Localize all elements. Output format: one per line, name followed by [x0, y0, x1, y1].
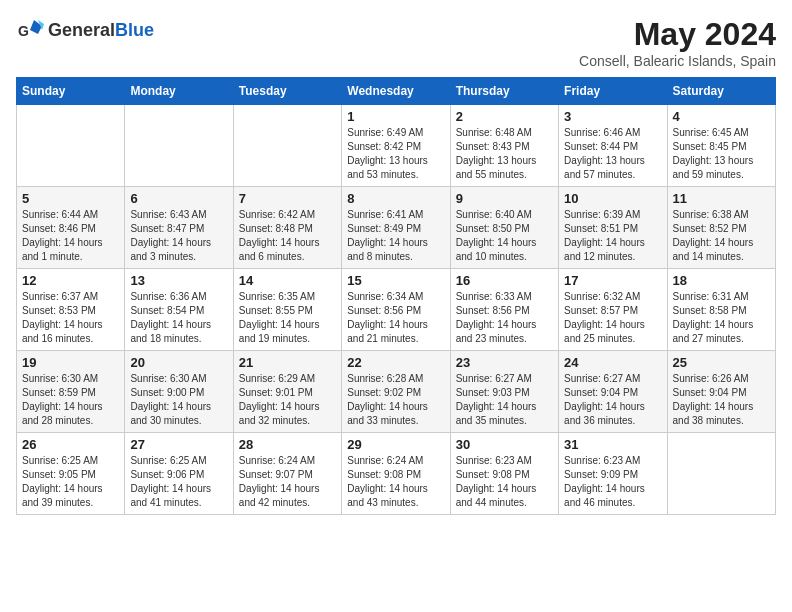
- calendar-cell: 6Sunrise: 6:43 AM Sunset: 8:47 PM Daylig…: [125, 187, 233, 269]
- day-info: Sunrise: 6:48 AM Sunset: 8:43 PM Dayligh…: [456, 126, 553, 182]
- week-row-1: 1Sunrise: 6:49 AM Sunset: 8:42 PM Daylig…: [17, 105, 776, 187]
- day-info: Sunrise: 6:25 AM Sunset: 9:06 PM Dayligh…: [130, 454, 227, 510]
- day-number: 14: [239, 273, 336, 288]
- column-header-friday: Friday: [559, 78, 667, 105]
- day-info: Sunrise: 6:26 AM Sunset: 9:04 PM Dayligh…: [673, 372, 770, 428]
- day-number: 18: [673, 273, 770, 288]
- week-row-4: 19Sunrise: 6:30 AM Sunset: 8:59 PM Dayli…: [17, 351, 776, 433]
- column-header-tuesday: Tuesday: [233, 78, 341, 105]
- calendar-cell: 26Sunrise: 6:25 AM Sunset: 9:05 PM Dayli…: [17, 433, 125, 515]
- day-number: 28: [239, 437, 336, 452]
- day-info: Sunrise: 6:39 AM Sunset: 8:51 PM Dayligh…: [564, 208, 661, 264]
- calendar-cell: 28Sunrise: 6:24 AM Sunset: 9:07 PM Dayli…: [233, 433, 341, 515]
- calendar-cell: 8Sunrise: 6:41 AM Sunset: 8:49 PM Daylig…: [342, 187, 450, 269]
- calendar-cell: 12Sunrise: 6:37 AM Sunset: 8:53 PM Dayli…: [17, 269, 125, 351]
- day-info: Sunrise: 6:35 AM Sunset: 8:55 PM Dayligh…: [239, 290, 336, 346]
- day-info: Sunrise: 6:38 AM Sunset: 8:52 PM Dayligh…: [673, 208, 770, 264]
- calendar-cell: 15Sunrise: 6:34 AM Sunset: 8:56 PM Dayli…: [342, 269, 450, 351]
- day-number: 3: [564, 109, 661, 124]
- day-info: Sunrise: 6:49 AM Sunset: 8:42 PM Dayligh…: [347, 126, 444, 182]
- calendar-cell: [125, 105, 233, 187]
- day-number: 25: [673, 355, 770, 370]
- calendar-cell: 17Sunrise: 6:32 AM Sunset: 8:57 PM Dayli…: [559, 269, 667, 351]
- calendar-cell: 1Sunrise: 6:49 AM Sunset: 8:42 PM Daylig…: [342, 105, 450, 187]
- day-number: 26: [22, 437, 119, 452]
- calendar-cell: 7Sunrise: 6:42 AM Sunset: 8:48 PM Daylig…: [233, 187, 341, 269]
- column-header-thursday: Thursday: [450, 78, 558, 105]
- day-number: 7: [239, 191, 336, 206]
- day-info: Sunrise: 6:30 AM Sunset: 9:00 PM Dayligh…: [130, 372, 227, 428]
- svg-text:G: G: [18, 23, 29, 39]
- day-info: Sunrise: 6:36 AM Sunset: 8:54 PM Dayligh…: [130, 290, 227, 346]
- calendar-cell: 27Sunrise: 6:25 AM Sunset: 9:06 PM Dayli…: [125, 433, 233, 515]
- main-title: May 2024: [579, 16, 776, 53]
- header-row: SundayMondayTuesdayWednesdayThursdayFrid…: [17, 78, 776, 105]
- calendar-cell: 10Sunrise: 6:39 AM Sunset: 8:51 PM Dayli…: [559, 187, 667, 269]
- day-number: 8: [347, 191, 444, 206]
- column-header-saturday: Saturday: [667, 78, 775, 105]
- calendar-cell: 29Sunrise: 6:24 AM Sunset: 9:08 PM Dayli…: [342, 433, 450, 515]
- calendar-cell: 23Sunrise: 6:27 AM Sunset: 9:03 PM Dayli…: [450, 351, 558, 433]
- calendar-cell: 24Sunrise: 6:27 AM Sunset: 9:04 PM Dayli…: [559, 351, 667, 433]
- day-info: Sunrise: 6:41 AM Sunset: 8:49 PM Dayligh…: [347, 208, 444, 264]
- day-number: 23: [456, 355, 553, 370]
- calendar-cell: 13Sunrise: 6:36 AM Sunset: 8:54 PM Dayli…: [125, 269, 233, 351]
- day-number: 29: [347, 437, 444, 452]
- logo-blue: Blue: [115, 20, 154, 40]
- day-info: Sunrise: 6:45 AM Sunset: 8:45 PM Dayligh…: [673, 126, 770, 182]
- day-info: Sunrise: 6:30 AM Sunset: 8:59 PM Dayligh…: [22, 372, 119, 428]
- day-info: Sunrise: 6:29 AM Sunset: 9:01 PM Dayligh…: [239, 372, 336, 428]
- day-number: 13: [130, 273, 227, 288]
- column-header-sunday: Sunday: [17, 78, 125, 105]
- day-number: 30: [456, 437, 553, 452]
- week-row-5: 26Sunrise: 6:25 AM Sunset: 9:05 PM Dayli…: [17, 433, 776, 515]
- day-number: 24: [564, 355, 661, 370]
- subtitle: Consell, Balearic Islands, Spain: [579, 53, 776, 69]
- day-number: 21: [239, 355, 336, 370]
- week-row-3: 12Sunrise: 6:37 AM Sunset: 8:53 PM Dayli…: [17, 269, 776, 351]
- day-info: Sunrise: 6:24 AM Sunset: 9:08 PM Dayligh…: [347, 454, 444, 510]
- calendar-cell: 3Sunrise: 6:46 AM Sunset: 8:44 PM Daylig…: [559, 105, 667, 187]
- calendar-cell: 18Sunrise: 6:31 AM Sunset: 8:58 PM Dayli…: [667, 269, 775, 351]
- day-info: Sunrise: 6:23 AM Sunset: 9:09 PM Dayligh…: [564, 454, 661, 510]
- calendar-cell: 20Sunrise: 6:30 AM Sunset: 9:00 PM Dayli…: [125, 351, 233, 433]
- column-header-monday: Monday: [125, 78, 233, 105]
- calendar-cell: 11Sunrise: 6:38 AM Sunset: 8:52 PM Dayli…: [667, 187, 775, 269]
- logo-general: General: [48, 20, 115, 40]
- day-number: 4: [673, 109, 770, 124]
- page-header: G GeneralBlue May 2024 Consell, Balearic…: [16, 16, 776, 69]
- day-number: 9: [456, 191, 553, 206]
- day-number: 6: [130, 191, 227, 206]
- day-info: Sunrise: 6:43 AM Sunset: 8:47 PM Dayligh…: [130, 208, 227, 264]
- calendar-cell: 25Sunrise: 6:26 AM Sunset: 9:04 PM Dayli…: [667, 351, 775, 433]
- calendar-cell: 21Sunrise: 6:29 AM Sunset: 9:01 PM Dayli…: [233, 351, 341, 433]
- week-row-2: 5Sunrise: 6:44 AM Sunset: 8:46 PM Daylig…: [17, 187, 776, 269]
- day-info: Sunrise: 6:33 AM Sunset: 8:56 PM Dayligh…: [456, 290, 553, 346]
- day-number: 1: [347, 109, 444, 124]
- calendar-cell: 16Sunrise: 6:33 AM Sunset: 8:56 PM Dayli…: [450, 269, 558, 351]
- day-info: Sunrise: 6:27 AM Sunset: 9:04 PM Dayligh…: [564, 372, 661, 428]
- logo: G GeneralBlue: [16, 16, 154, 44]
- day-info: Sunrise: 6:37 AM Sunset: 8:53 PM Dayligh…: [22, 290, 119, 346]
- day-number: 11: [673, 191, 770, 206]
- calendar-cell: 9Sunrise: 6:40 AM Sunset: 8:50 PM Daylig…: [450, 187, 558, 269]
- calendar-header: SundayMondayTuesdayWednesdayThursdayFrid…: [17, 78, 776, 105]
- day-number: 2: [456, 109, 553, 124]
- calendar-body: 1Sunrise: 6:49 AM Sunset: 8:42 PM Daylig…: [17, 105, 776, 515]
- day-info: Sunrise: 6:32 AM Sunset: 8:57 PM Dayligh…: [564, 290, 661, 346]
- calendar-table: SundayMondayTuesdayWednesdayThursdayFrid…: [16, 77, 776, 515]
- day-info: Sunrise: 6:44 AM Sunset: 8:46 PM Dayligh…: [22, 208, 119, 264]
- calendar-cell: 2Sunrise: 6:48 AM Sunset: 8:43 PM Daylig…: [450, 105, 558, 187]
- day-number: 15: [347, 273, 444, 288]
- day-number: 5: [22, 191, 119, 206]
- day-number: 10: [564, 191, 661, 206]
- logo-icon: G: [16, 16, 44, 44]
- day-number: 22: [347, 355, 444, 370]
- day-number: 19: [22, 355, 119, 370]
- day-info: Sunrise: 6:25 AM Sunset: 9:05 PM Dayligh…: [22, 454, 119, 510]
- calendar-cell: [667, 433, 775, 515]
- day-number: 17: [564, 273, 661, 288]
- calendar-cell: [17, 105, 125, 187]
- day-info: Sunrise: 6:27 AM Sunset: 9:03 PM Dayligh…: [456, 372, 553, 428]
- title-block: May 2024 Consell, Balearic Islands, Spai…: [579, 16, 776, 69]
